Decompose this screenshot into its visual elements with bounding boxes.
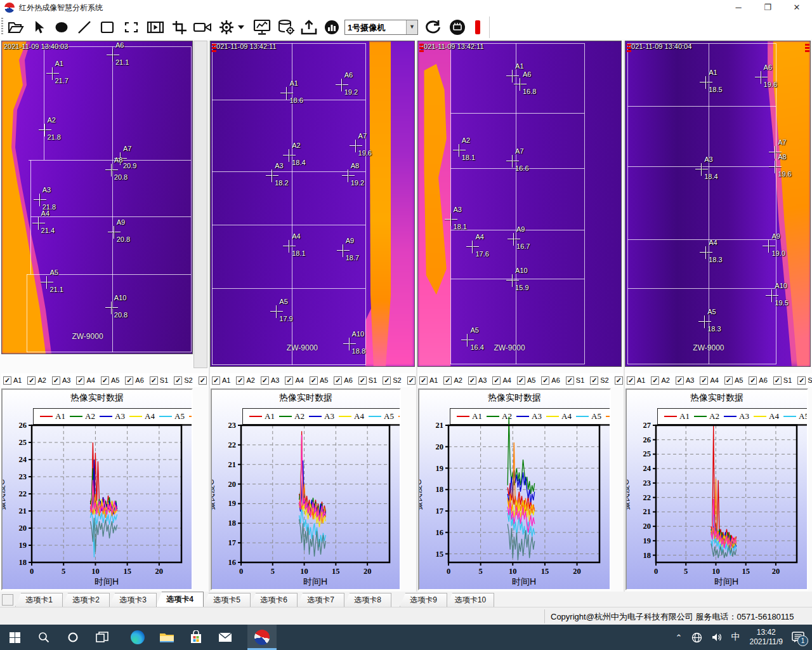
checkbox-A4[interactable]: ✓A4 xyxy=(492,376,511,385)
checkbox-A6[interactable]: ✓A6 xyxy=(334,376,352,385)
checkbox-box[interactable]: ✓ xyxy=(590,376,598,385)
checkbox-box[interactable]: ✓ xyxy=(615,376,623,385)
region-tool-icon[interactable] xyxy=(121,17,142,37)
notification-icon[interactable]: 1 xyxy=(788,625,812,650)
checkbox-A3[interactable]: ✓A3 xyxy=(52,376,70,385)
camera-select[interactable]: 1号摄像机 ▼ xyxy=(344,20,418,35)
checkbox-box[interactable]: ✓ xyxy=(27,376,36,385)
checkbox-A2[interactable]: ✓A2 xyxy=(651,376,669,385)
checkbox-box[interactable]: ✓ xyxy=(541,376,549,385)
checkbox-A3[interactable]: ✓A3 xyxy=(468,376,487,385)
database-settings-icon[interactable] xyxy=(275,17,297,37)
rect-tool-icon[interactable] xyxy=(96,17,118,37)
checkbox-A4[interactable]: ✓A4 xyxy=(285,376,303,385)
maximize-button[interactable]: ❐ xyxy=(753,0,782,15)
checkbox-S3[interactable]: ✓S3 xyxy=(407,376,416,385)
checkbox-box[interactable]: ✓ xyxy=(627,376,635,385)
checkbox-S3[interactable]: ✓S3 xyxy=(199,376,208,385)
crop-tool-icon[interactable] xyxy=(169,17,190,37)
volume-icon[interactable] xyxy=(707,625,727,650)
tab-3[interactable]: 选项卡3 xyxy=(109,593,157,607)
tab-10[interactable]: 选项卡10 xyxy=(447,593,494,607)
checkbox-A1[interactable]: ✓A1 xyxy=(212,376,230,385)
checkbox-box[interactable]: ✓ xyxy=(334,376,342,385)
checkbox-box[interactable]: ✓ xyxy=(407,376,416,385)
checkbox-A3[interactable]: ✓A3 xyxy=(261,376,279,385)
edge-icon[interactable] xyxy=(123,625,152,650)
export-upload-icon[interactable] xyxy=(298,17,320,37)
monitor-chart-icon[interactable] xyxy=(251,17,273,37)
thermal-view-1[interactable]: A121.7A621.1A221.8A720.9A820.8A321.8A421… xyxy=(1,41,193,354)
stop-indicator[interactable] xyxy=(475,20,480,34)
ellipse-tool-icon[interactable] xyxy=(51,17,72,37)
checkbox-A1[interactable]: ✓A1 xyxy=(3,376,22,385)
mail-icon[interactable] xyxy=(211,625,240,650)
checkbox-S1[interactable]: ✓S1 xyxy=(150,376,168,385)
checkbox-box[interactable]: ✓ xyxy=(651,376,659,385)
checkbox-A3[interactable]: ✓A3 xyxy=(676,376,694,385)
checkbox-A2[interactable]: ✓A2 xyxy=(236,376,254,385)
thermal-view-2[interactable]: A118.6A619.2A218.4A719.6A318.2A819.2A418… xyxy=(210,41,415,367)
task-view-icon[interactable] xyxy=(88,625,117,650)
start-button[interactable] xyxy=(0,625,29,650)
checkbox-S2[interactable]: ✓S2 xyxy=(174,376,192,385)
checkbox-box[interactable]: ✓ xyxy=(310,376,318,385)
checkbox-box[interactable]: ✓ xyxy=(676,376,684,385)
checkbox-S3[interactable]: ✓S3 xyxy=(615,376,623,385)
checkbox-A5[interactable]: ✓A5 xyxy=(101,376,119,385)
taskbar-thermal-app[interactable] xyxy=(247,625,277,650)
ime-indicator[interactable]: 中 xyxy=(727,625,745,650)
checkbox-box[interactable]: ✓ xyxy=(700,376,708,385)
device-chip-icon[interactable] xyxy=(447,17,468,37)
checkbox-box[interactable]: ✓ xyxy=(419,376,428,385)
checkbox-A2[interactable]: ✓A2 xyxy=(27,376,46,385)
checkbox-box[interactable]: ✓ xyxy=(773,376,782,385)
checkbox-A6[interactable]: ✓A6 xyxy=(125,376,143,385)
tab-4[interactable]: 选项卡4 xyxy=(156,592,204,607)
taskbar-clock[interactable]: 13:42 2021/11/9 xyxy=(745,628,789,647)
tab-8[interactable]: 选项卡8 xyxy=(344,593,391,607)
checkbox-A5[interactable]: ✓A5 xyxy=(517,376,535,385)
refresh-icon[interactable] xyxy=(422,17,444,37)
settings-dropdown-icon[interactable] xyxy=(236,17,246,37)
checkbox-S1[interactable]: ✓S1 xyxy=(566,376,584,385)
checkbox-A2[interactable]: ✓A2 xyxy=(443,376,462,385)
tab-6[interactable]: 选项卡6 xyxy=(250,593,298,607)
tab-9[interactable]: 选项卡9 xyxy=(400,593,447,607)
checkbox-box[interactable]: ✓ xyxy=(724,376,733,385)
statistics-icon[interactable] xyxy=(321,17,343,37)
minimize-button[interactable]: ─ xyxy=(724,0,753,15)
checkbox-box[interactable]: ✓ xyxy=(261,376,269,385)
checkbox-box[interactable]: ✓ xyxy=(150,376,158,385)
checkbox-A5[interactable]: ✓A5 xyxy=(724,376,743,385)
checkbox-box[interactable]: ✓ xyxy=(52,376,60,385)
checkbox-S1[interactable]: ✓S1 xyxy=(773,376,792,385)
checkbox-S2[interactable]: ✓S2 xyxy=(383,376,401,385)
checkbox-A1[interactable]: ✓A1 xyxy=(419,376,438,385)
checkbox-A4[interactable]: ✓A4 xyxy=(76,376,95,385)
checkbox-box[interactable]: ✓ xyxy=(76,376,84,385)
open-folder-icon[interactable] xyxy=(5,17,27,37)
video-play-icon[interactable] xyxy=(145,17,166,37)
checkbox-box[interactable]: ✓ xyxy=(236,376,244,385)
checkbox-box[interactable]: ✓ xyxy=(285,376,293,385)
checkbox-box[interactable]: ✓ xyxy=(443,376,452,385)
checkbox-box[interactable]: ✓ xyxy=(566,376,574,385)
checkbox-box[interactable]: ✓ xyxy=(199,376,207,385)
tab-scroll-button[interactable] xyxy=(2,594,13,606)
checkbox-box[interactable]: ✓ xyxy=(517,376,525,385)
thermal-scrollbar[interactable] xyxy=(193,41,207,368)
checkbox-box[interactable]: ✓ xyxy=(492,376,501,385)
tab-1[interactable]: 选项卡1 xyxy=(15,593,63,607)
checkbox-box[interactable]: ✓ xyxy=(383,376,391,385)
checkbox-box[interactable]: ✓ xyxy=(125,376,133,385)
checkbox-S2[interactable]: ✓S2 xyxy=(590,376,608,385)
tab-5[interactable]: 选项卡5 xyxy=(203,593,251,607)
tab-7[interactable]: 选项卡7 xyxy=(297,593,344,607)
network-icon[interactable] xyxy=(687,625,707,650)
checkbox-S1[interactable]: ✓S1 xyxy=(358,376,377,385)
checkbox-A6[interactable]: ✓A6 xyxy=(541,376,560,385)
cursor-icon[interactable] xyxy=(28,17,49,37)
search-icon[interactable] xyxy=(29,625,58,650)
store-icon[interactable] xyxy=(181,625,211,650)
